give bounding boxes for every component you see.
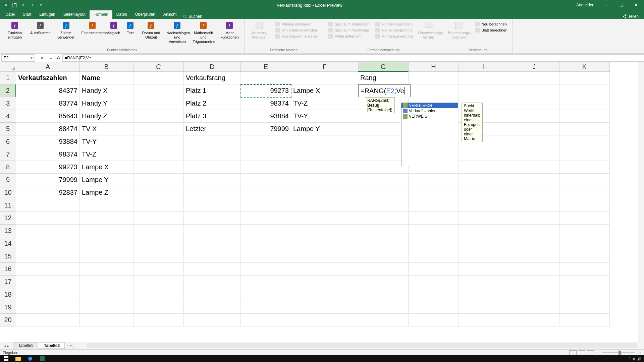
row-header[interactable]: 2 <box>0 84 16 97</box>
column-header[interactable]: I <box>459 62 509 72</box>
cell-E13[interactable] <box>241 225 291 237</box>
cell-A3[interactable]: 83774 <box>16 97 80 110</box>
cell-J6[interactable] <box>509 135 559 148</box>
cell-B19[interactable] <box>80 301 133 314</box>
ribbon-item[interactable]: Formelauswertung <box>375 34 413 39</box>
calculation-options-button[interactable]: Berechnungs-optionen <box>446 20 472 40</box>
autocomplete-item[interactable]: Verkaufszahlen <box>401 108 458 114</box>
cell-B13[interactable] <box>80 225 133 237</box>
cell-B15[interactable] <box>80 250 133 263</box>
cell-B7[interactable]: TV-Z <box>80 148 133 161</box>
cell-B9[interactable]: Lampe Y <box>80 174 133 186</box>
cell-K4[interactable] <box>559 110 610 123</box>
cell-K3[interactable] <box>559 97 610 110</box>
column-header[interactable]: D <box>184 62 241 72</box>
watch-window-button[interactable]: Überwachungs-fenster <box>416 20 442 40</box>
ribbon-tab-datei[interactable]: Datei <box>1 10 19 19</box>
cell-F3[interactable]: TV-Z <box>291 97 358 110</box>
row-header[interactable]: 7 <box>0 148 16 161</box>
cell-B3[interactable]: Handy Y <box>80 97 133 110</box>
cell-F19[interactable] <box>291 301 358 314</box>
autocomplete-item[interactable]: VERWEIS <box>401 114 458 119</box>
fx-icon[interactable]: fx <box>57 55 60 60</box>
row-header[interactable]: 15 <box>0 250 16 263</box>
cell-I20[interactable] <box>459 314 509 326</box>
fn-lib-button[interactable]: ƒLogisch <box>106 20 122 36</box>
fn-lib-button[interactable]: ƒMathematik und Trigonometrie <box>191 20 216 45</box>
cell-J3[interactable] <box>509 97 559 110</box>
cell-I13[interactable] <box>459 225 509 237</box>
cell-C12[interactable] <box>133 212 184 225</box>
cancel-formula-button[interactable]: ✕ <box>38 55 46 61</box>
cell-A9[interactable]: 79999 <box>16 174 80 186</box>
tell-me-search[interactable]: Suchen <box>183 14 202 19</box>
cell-G9[interactable] <box>358 174 409 186</box>
row-header[interactable]: 16 <box>0 263 16 276</box>
cell-J1[interactable] <box>509 72 559 84</box>
cell-I17[interactable] <box>459 276 509 288</box>
cell-K18[interactable] <box>559 288 610 301</box>
cell-A11[interactable] <box>16 199 80 212</box>
cell-F15[interactable] <box>291 250 358 263</box>
row-header[interactable]: 12 <box>0 212 16 225</box>
names-manager-button[interactable]: Namens-Manager <box>247 20 272 40</box>
row-header[interactable]: 18 <box>0 288 16 301</box>
formula-bar-input[interactable]: =RANG(E2;Ve <box>62 54 644 62</box>
cell-D9[interactable] <box>184 174 241 186</box>
column-header[interactable]: H <box>409 62 459 72</box>
ribbon-item[interactable]: In Formel verwenden <box>275 27 319 33</box>
row-header[interactable]: 5 <box>0 123 16 135</box>
cell-B14[interactable] <box>80 237 133 250</box>
cell-E3[interactable]: 98374 <box>241 97 291 110</box>
zoom-slider[interactable] <box>602 352 635 353</box>
column-header[interactable]: C <box>133 62 184 72</box>
cell-H20[interactable] <box>409 314 459 326</box>
fn-lib-button[interactable]: ƒText <box>123 20 138 36</box>
ribbon-tab-ansicht[interactable]: Ansicht <box>159 10 180 19</box>
tray-network-icon[interactable]: ◈ <box>633 357 635 361</box>
cell-D19[interactable] <box>184 301 241 314</box>
cell-C7[interactable] <box>133 148 184 161</box>
cell-A6[interactable]: 93884 <box>16 135 80 148</box>
cell-D13[interactable] <box>184 225 241 237</box>
cell-G10[interactable] <box>358 186 409 199</box>
cell-C4[interactable] <box>133 110 184 123</box>
row-header[interactable]: 13 <box>0 225 16 237</box>
cell-F11[interactable] <box>291 199 358 212</box>
save-icon[interactable] <box>11 2 18 8</box>
enter-formula-button[interactable]: ✓ <box>48 55 56 61</box>
cell-H11[interactable] <box>409 199 459 212</box>
cell-K1[interactable] <box>559 72 610 84</box>
cell-F9[interactable] <box>291 174 358 186</box>
cell-G17[interactable] <box>358 276 409 288</box>
cell-C3[interactable] <box>133 97 184 110</box>
page-break-view-button[interactable] <box>587 350 594 355</box>
cell-B12[interactable] <box>80 212 133 225</box>
ribbon-item[interactable]: Namen definieren <box>275 21 319 27</box>
excel-taskbar-icon[interactable] <box>36 355 48 362</box>
cell-K20[interactable] <box>559 314 610 326</box>
cell-F7[interactable] <box>291 148 358 161</box>
cell-C8[interactable] <box>133 161 184 174</box>
cell-C9[interactable] <box>133 174 184 186</box>
vertical-scrollbar[interactable] <box>638 62 644 342</box>
cell-I11[interactable] <box>459 199 509 212</box>
cell-H10[interactable] <box>409 186 459 199</box>
cell-C18[interactable] <box>133 288 184 301</box>
cell-F20[interactable] <box>291 314 358 326</box>
cell-A10[interactable]: 92837 <box>16 186 80 199</box>
ribbon-item[interactable]: Formeln anzeigen <box>375 21 413 27</box>
cell-C5[interactable] <box>133 123 184 135</box>
row-header[interactable]: 9 <box>0 174 16 186</box>
cell-J5[interactable] <box>509 123 559 135</box>
cell-E20[interactable] <box>241 314 291 326</box>
undo-icon[interactable] <box>20 2 27 8</box>
cell-E19[interactable] <box>241 301 291 314</box>
cell-F17[interactable] <box>291 276 358 288</box>
cell-A16[interactable] <box>16 263 80 276</box>
cell-I1[interactable] <box>459 72 509 84</box>
spreadsheet-grid[interactable]: ABCDEFGHIJK 1234567891011121314151617181… <box>0 62 644 342</box>
cell-B1[interactable]: Name <box>80 72 133 84</box>
cell-D5[interactable]: Letzter <box>184 123 241 135</box>
cell-K6[interactable] <box>559 135 610 148</box>
